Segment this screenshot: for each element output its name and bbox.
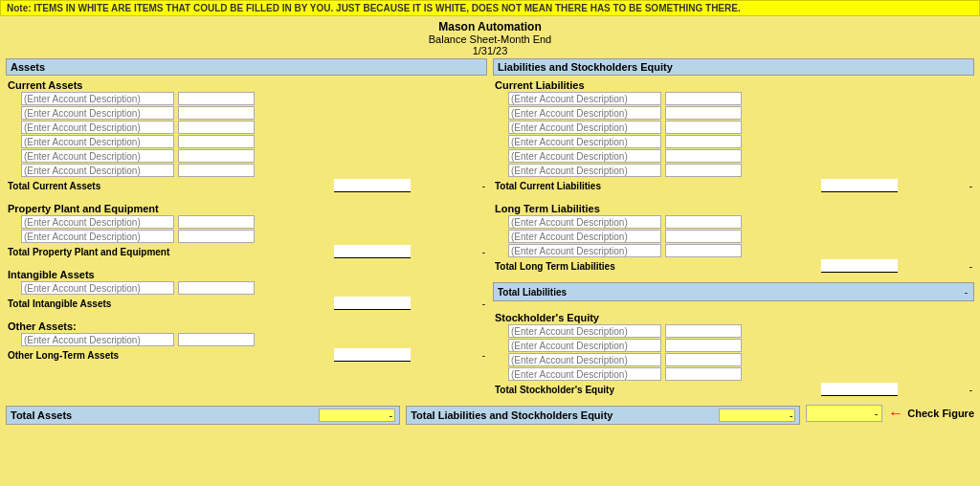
current-liab-amount-4[interactable] [665, 135, 742, 148]
current-asset-amount-1[interactable] [178, 92, 255, 105]
total-current-liab-label: Total Current Liabilities [495, 181, 821, 191]
stockholder-amount-2[interactable] [665, 339, 742, 352]
total-assets-value: - [319, 409, 395, 422]
other-long-term-value [334, 348, 411, 362]
current-assets-label: Current Assets [6, 77, 487, 92]
stockholder-desc-2[interactable] [508, 339, 661, 352]
current-liab-amount-1[interactable] [665, 92, 742, 105]
note-bar: Note: ITEMS IN WHITE ARE ITEMS THAT COUL… [0, 0, 980, 16]
liabilities-panel: Liabilities and Stockholders Equity Curr… [493, 58, 974, 398]
property-desc-2[interactable] [21, 230, 174, 243]
current-liab-desc-5[interactable] [508, 149, 661, 163]
current-asset-row-3 [6, 121, 487, 134]
other-assets-section: Other Assets: Other Long-Term Assets - [6, 318, 487, 362]
current-liab-desc-6[interactable] [508, 164, 661, 177]
total-current-assets-value [334, 179, 411, 192]
stockholder-row-1 [493, 324, 974, 338]
intangible-row-1 [6, 281, 487, 295]
long-term-desc-2[interactable] [508, 230, 661, 243]
current-asset-desc-1[interactable] [21, 92, 174, 105]
current-asset-row-2 [6, 106, 487, 120]
total-property-value [334, 245, 411, 258]
property-amount-2[interactable] [178, 230, 255, 243]
intangible-label: Intangible Assets [6, 266, 487, 281]
total-current-liab-row: Total Current Liabilities - [493, 179, 974, 192]
stockholder-amount-4[interactable] [665, 367, 742, 381]
long-term-amount-1[interactable] [665, 215, 742, 229]
other-long-term-label: Other Long-Term Assets [8, 350, 334, 361]
stockholder-amount-3[interactable] [665, 353, 742, 366]
intangible-amount-1[interactable] [178, 281, 255, 295]
report-date: 1/31/23 [0, 45, 980, 56]
total-liabilities-label: Total Liabilities [498, 287, 893, 298]
current-liab-row-1 [493, 92, 974, 105]
current-liab-amount-5[interactable] [665, 149, 742, 163]
stockholder-desc-3[interactable] [508, 353, 661, 366]
stockholder-desc-4[interactable] [508, 367, 661, 381]
long-term-amount-2[interactable] [665, 230, 742, 243]
current-assets-section: Current Assets [6, 77, 487, 192]
other-asset-desc-1[interactable] [21, 333, 174, 346]
stockholder-row-3 [493, 353, 974, 366]
current-liab-desc-4[interactable] [508, 135, 661, 148]
total-stockholders-label: Total Stockholder's Equity [495, 385, 821, 395]
property-desc-1[interactable] [21, 215, 174, 229]
total-current-assets-row: Total Current Assets - [6, 179, 487, 192]
property-amount-1[interactable] [178, 215, 255, 229]
other-long-term-dash: - [411, 348, 487, 362]
total-long-term-label: Total Long Term Liabilities [495, 261, 821, 272]
current-liab-amount-2[interactable] [665, 106, 742, 120]
long-term-row-3 [493, 244, 974, 257]
total-intangible-row: Total Intangible Assets - [6, 297, 487, 310]
long-term-amount-3[interactable] [665, 244, 742, 257]
long-term-section: Long Term Liabilities Total Long Term Li… [493, 200, 974, 273]
current-liab-desc-1[interactable] [508, 92, 661, 105]
current-asset-amount-5[interactable] [178, 149, 255, 163]
current-asset-desc-2[interactable] [21, 106, 174, 120]
total-liabilities-dash: - [893, 285, 969, 298]
current-asset-desc-4[interactable] [21, 135, 174, 148]
total-assets-row: Total Assets - [6, 406, 400, 425]
company-name: Mason Automation [0, 20, 980, 33]
long-term-desc-1[interactable] [508, 215, 661, 229]
current-liab-desc-2[interactable] [508, 106, 661, 120]
current-asset-amount-2[interactable] [178, 106, 255, 120]
stockholders-label: Stockholder's Equity [493, 309, 974, 324]
total-current-assets-label: Total Current Assets [8, 181, 334, 191]
total-stockholders-value [821, 383, 898, 396]
current-asset-row-4 [6, 135, 487, 148]
stockholder-amount-1[interactable] [665, 324, 742, 338]
check-figure-section: - ← Check Figure [806, 402, 974, 425]
total-liabilities-equity-value: - [719, 409, 795, 422]
other-asset-amount-1[interactable] [178, 333, 255, 346]
stockholders-section: Stockholder's Equity Total Stockholder's… [493, 309, 974, 396]
current-asset-amount-6[interactable] [178, 164, 255, 177]
check-figure-label: Check Figure [907, 408, 974, 419]
current-asset-row-1 [6, 92, 487, 105]
property-row-1 [6, 215, 487, 229]
total-current-assets-dash: - [411, 179, 487, 192]
current-liab-amount-6[interactable] [665, 164, 742, 177]
total-stockholders-row: Total Stockholder's Equity - [493, 383, 974, 396]
property-section: Property Plant and Equipment Total Prope… [6, 200, 487, 258]
header-section: Mason Automation Balance Sheet-Month End… [0, 16, 980, 58]
current-asset-amount-4[interactable] [178, 135, 255, 148]
other-long-term-row: Other Long-Term Assets - [6, 348, 487, 362]
current-liab-desc-3[interactable] [508, 121, 661, 134]
current-asset-amount-3[interactable] [178, 121, 255, 134]
long-term-desc-3[interactable] [508, 244, 661, 257]
stockholder-desc-1[interactable] [508, 324, 661, 338]
total-intangible-dash: - [411, 297, 487, 310]
current-asset-desc-6[interactable] [21, 164, 174, 177]
total-long-term-row: Total Long Term Liabilities - [493, 259, 974, 273]
check-figure-arrow: ← Check Figure [888, 405, 974, 422]
current-liab-row-6 [493, 164, 974, 177]
property-label: Property Plant and Equipment [6, 200, 487, 215]
intangible-section: Intangible Assets Total Intangible Asset… [6, 266, 487, 310]
footer-section: Total Assets - Total Liabilities and Sto… [0, 402, 980, 425]
current-asset-desc-5[interactable] [21, 149, 174, 163]
total-liabilities-row: Total Liabilities - [493, 282, 974, 301]
current-asset-desc-3[interactable] [21, 121, 174, 134]
intangible-desc-1[interactable] [21, 281, 174, 295]
current-liab-amount-3[interactable] [665, 121, 742, 134]
